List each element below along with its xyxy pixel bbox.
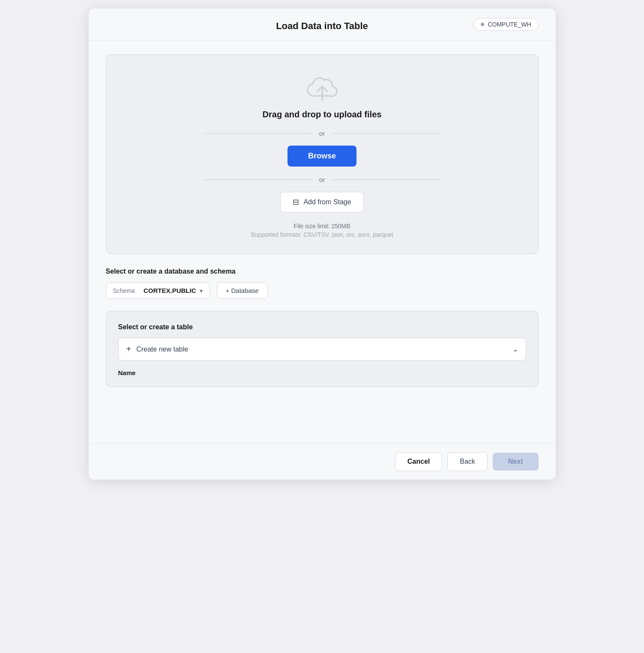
schema-row: Schema CORTEX.PUBLIC ▾ + Database	[106, 282, 539, 299]
divider-line-left-2	[203, 179, 312, 180]
next-button[interactable]: Next	[493, 453, 539, 471]
dialog-body: Drag and drop to upload files or Browse …	[89, 41, 556, 480]
dialog-footer: Cancel Back Next	[89, 443, 556, 480]
table-dropdown[interactable]: + Create new table ⌄	[118, 338, 526, 361]
schema-value: CORTEX.PUBLIC	[144, 287, 196, 294]
back-button[interactable]: Back	[447, 452, 488, 471]
table-section-label: Select or create a table	[118, 323, 526, 331]
stage-icon: ⊟	[293, 197, 299, 207]
add-from-stage-label: Add from Stage	[303, 198, 351, 206]
table-chevron-icon: ⌄	[512, 345, 518, 353]
divider-line-left	[203, 133, 312, 134]
schema-prefix: Schema	[113, 287, 135, 294]
dialog-header: Load Data into Table COMPUTE_WH	[89, 9, 556, 41]
divider-line-right	[332, 133, 441, 134]
create-table-text: Create new table	[136, 346, 188, 353]
add-database-button[interactable]: + Database	[217, 282, 268, 299]
dialog-title: Load Data into Table	[276, 21, 368, 32]
browse-button[interactable]: Browse	[288, 146, 356, 167]
database-schema-section: Select or create a database and schema S…	[106, 268, 539, 299]
database-schema-label: Select or create a database and schema	[106, 268, 539, 275]
load-data-dialog: Load Data into Table COMPUTE_WH Drag and…	[89, 9, 556, 480]
create-table-plus-icon: +	[126, 344, 132, 354]
file-info: File size limit: 250MB Supported formats…	[251, 223, 393, 238]
warehouse-badge[interactable]: COMPUTE_WH	[473, 18, 538, 31]
supported-formats-text: Supported formats: CSV/TSV, json, orc, a…	[251, 231, 393, 238]
name-label: Name	[118, 369, 526, 376]
table-section: Select or create a table + Create new ta…	[106, 311, 539, 387]
add-from-stage-button[interactable]: ⊟ Add from Stage	[280, 192, 363, 212]
schema-chevron-icon: ▾	[200, 287, 203, 294]
or-divider-top: or	[203, 130, 441, 137]
warehouse-status-dot	[481, 23, 484, 26]
upload-zone[interactable]: Drag and drop to upload files or Browse …	[106, 54, 539, 254]
schema-dropdown[interactable]: Schema CORTEX.PUBLIC ▾	[106, 282, 210, 299]
cloud-upload-icon	[307, 75, 338, 103]
or-text-bottom: or	[319, 176, 325, 183]
divider-line-right-2	[332, 179, 441, 180]
or-text-top: or	[319, 130, 325, 137]
drag-drop-text: Drag and drop to upload files	[263, 110, 382, 119]
cancel-button[interactable]: Cancel	[395, 452, 442, 471]
file-size-limit-text: File size limit: 250MB	[251, 223, 393, 230]
warehouse-label: COMPUTE_WH	[488, 21, 531, 28]
or-divider-bottom: or	[203, 176, 441, 183]
